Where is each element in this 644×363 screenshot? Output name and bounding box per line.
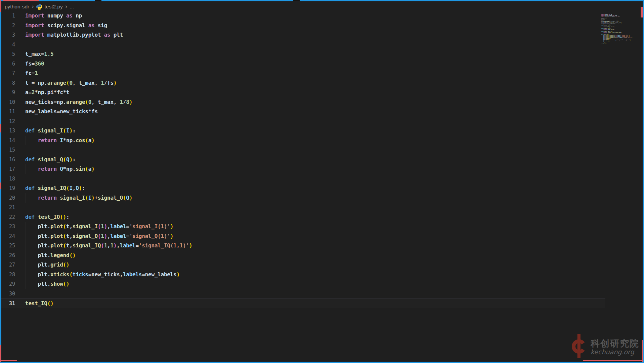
line-number[interactable]: 2 [1, 21, 15, 31]
code-line[interactable]: 9a=2*np.pi*fc*t [1, 88, 605, 97]
crop-mark [0, 183, 1, 189]
line-number[interactable]: 7 [1, 69, 15, 78]
code-line[interactable]: 15 [1, 145, 605, 155]
line-number[interactable]: 12 [1, 117, 15, 126]
breadcrumb-folder[interactable]: python-sdr [5, 4, 29, 10]
line-number[interactable]: 26 [1, 251, 15, 260]
code-line[interactable]: 10new_ticks=np.arange(0, t_max, 1/8) [1, 97, 605, 107]
line-number[interactable]: 9 [1, 88, 15, 97]
watermark: 科创研究院 kechuang.org [571, 334, 639, 360]
line-number[interactable]: 18 [1, 174, 15, 184]
line-number[interactable]: 1 [1, 11, 15, 21]
watermark-url: kechuang.org [591, 349, 634, 356]
code-line-text: new_labels=new_ticks*fs [15, 107, 98, 117]
code-line-text: return I*np.cos(a) [15, 136, 94, 146]
line-number[interactable]: 25 [1, 241, 15, 251]
line-number[interactable]: 16 [1, 155, 15, 165]
code-line[interactable]: 30 [1, 289, 605, 299]
code-line[interactable]: 22def test_IQ(): [1, 212, 605, 222]
code-line[interactable]: 21 [1, 203, 605, 212]
code-line-text: a=2*np.pi*fc*t [15, 88, 69, 97]
code-line[interactable]: 16def signal_Q(Q): [1, 155, 605, 165]
line-number[interactable]: 8 [1, 78, 15, 88]
code-line-text: fc=1 [15, 69, 38, 78]
line-number[interactable]: 21 [1, 203, 15, 212]
breadcrumb-symbols[interactable]: ... [70, 4, 74, 10]
code-line[interactable]: 3import matplotlib.pyplot as plt [1, 30, 605, 40]
line-number[interactable]: 4 [1, 40, 15, 50]
minimap-content: import numpy as npimport scipy.signal as… [601, 14, 640, 44]
breadcrumb: python-sdr › test2.py › ... [5, 3, 74, 11]
python-icon [36, 4, 42, 10]
code-line[interactable]: 13def signal_I(I): [1, 126, 605, 136]
line-number[interactable]: 10 [1, 97, 15, 107]
chevron-right-icon: › [32, 3, 34, 9]
crop-mark [0, 360, 17, 361]
line-number[interactable]: 13 [1, 126, 15, 136]
line-number[interactable]: 19 [1, 184, 15, 193]
line-number[interactable]: 11 [1, 107, 15, 117]
indent-guide [26, 279, 26, 289]
line-number[interactable]: 6 [1, 59, 15, 69]
indent-guide [26, 241, 26, 251]
code-line-text [15, 289, 25, 299]
code-line[interactable]: 17 return Q*np.sin(a) [1, 164, 605, 174]
code-line[interactable]: 27 plt.grid() [1, 260, 605, 270]
line-number[interactable]: 14 [1, 136, 15, 146]
code-line[interactable]: 2import scipy.signal as sig [1, 21, 605, 31]
minimap[interactable]: import numpy as npimport scipy.signal as… [601, 12, 640, 45]
code-editor[interactable]: 1import numpy as np2import scipy.signal … [1, 11, 605, 308]
code-lines: 1import numpy as np2import scipy.signal … [1, 11, 605, 308]
code-line[interactable]: 14 return I*np.cos(a) [1, 136, 605, 146]
code-line-text: plt.legend() [15, 251, 76, 260]
code-line[interactable]: 31test_IQ() [1, 298, 605, 308]
code-line[interactable]: 11new_labels=new_ticks*fs [1, 107, 605, 117]
code-line[interactable]: 26 plt.legend() [1, 251, 605, 260]
line-number[interactable]: 23 [1, 222, 15, 232]
line-number[interactable]: 29 [1, 279, 15, 289]
code-line[interactable]: 12 [1, 117, 605, 126]
code-line-text: return Q*np.sin(a) [15, 164, 94, 174]
kechuang-logo-icon [571, 334, 588, 360]
code-line[interactable]: 18 [1, 174, 605, 184]
code-line[interactable]: 5t_max=1.5 [1, 49, 605, 59]
indent-guide [26, 260, 26, 270]
chevron-right-icon: › [65, 3, 67, 9]
line-number[interactable]: 22 [1, 212, 15, 222]
code-line[interactable]: 23 plt.plot(t,signal_I(1),label='signal_… [1, 222, 605, 232]
line-number[interactable]: 27 [1, 260, 15, 270]
line-number[interactable]: 28 [1, 270, 15, 280]
line-number[interactable]: 24 [1, 232, 15, 241]
line-number[interactable]: 3 [1, 30, 15, 40]
code-line-text: def signal_Q(Q): [15, 155, 76, 165]
code-line[interactable]: 28 plt.xticks(ticks=new_ticks,labels=new… [1, 270, 605, 280]
code-line[interactable]: 29 plt.show() [1, 279, 605, 289]
code-line-text: new_ticks=np.arange(0, t_max, 1/8) [15, 97, 132, 107]
code-line[interactable]: 19def signal_IQ(I,Q): [1, 184, 605, 193]
code-line[interactable]: 6fs=360 [1, 59, 605, 69]
line-number[interactable]: 20 [1, 193, 15, 203]
crop-mark [3, 0, 39, 1]
code-line-text: test_IQ() [15, 299, 53, 308]
line-number[interactable]: 15 [1, 145, 15, 155]
code-line[interactable]: 8t = np.arange(0, t_max, 1/fs) [1, 78, 605, 88]
breadcrumb-file[interactable]: test2.py [45, 4, 63, 10]
code-line[interactable]: 24 plt.plot(t,signal_Q(1),label='signal_… [1, 232, 605, 241]
code-line[interactable]: 20 return signal_I(I)+signal_Q(Q) [1, 193, 605, 203]
code-line-text: plt.plot(t,signal_I(1),label='signal_I(1… [15, 222, 173, 232]
code-line[interactable]: 25 plt.plot(t,signal_IQ(1,1),label='sign… [1, 241, 605, 251]
indent-guide [26, 232, 26, 241]
code-line[interactable]: 1import numpy as np [1, 11, 605, 21]
line-number[interactable]: 5 [1, 49, 15, 59]
line-number[interactable]: 31 [1, 299, 15, 308]
line-number[interactable]: 17 [1, 164, 15, 174]
code-line-text: return signal_I(I)+signal_Q(Q) [15, 193, 132, 203]
code-line[interactable]: 7fc=1 [1, 69, 605, 78]
code-line-text [15, 40, 25, 50]
code-line[interactable]: 4 [1, 40, 605, 50]
code-line-text: plt.plot(t,signal_IQ(1,1),label='signal_… [15, 241, 192, 251]
code-line-text [15, 203, 25, 212]
line-number[interactable]: 30 [1, 289, 15, 299]
indent-guide [26, 222, 26, 232]
code-line-text: def signal_IQ(I,Q): [15, 184, 85, 193]
